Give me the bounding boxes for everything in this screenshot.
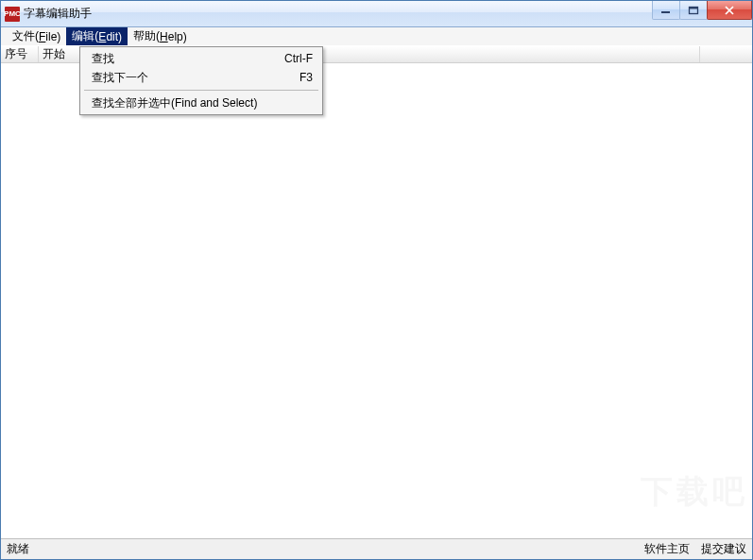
menu-edit[interactable]: 编辑(Edit) — [66, 27, 128, 45]
titlebar: PMC 字幕编辑助手 — [1, 1, 752, 27]
menubar: 文件(File) 编辑(Edit) 帮助(Help) — [1, 27, 752, 46]
status-ready: 就绪 — [7, 541, 29, 557]
menu-edit-label-part1: 编辑( — [72, 28, 98, 44]
menu-edit-mnemonic: E — [98, 30, 106, 43]
maximize-icon — [688, 6, 699, 15]
watermark: 下载吧 — [641, 470, 748, 514]
menu-help-mnemonic: H — [160, 30, 168, 43]
svg-rect-2 — [690, 7, 698, 8]
menu-item-find-next-label: 查找下一个 — [92, 70, 277, 86]
window-controls — [653, 1, 752, 20]
menu-file-label-part2: ile) — [45, 30, 60, 43]
menu-edit-label-part2: dit) — [106, 30, 122, 43]
status-feedback-link[interactable]: 提交建议 — [701, 541, 746, 557]
menu-file-label-part1: 文件( — [12, 28, 39, 44]
status-homepage-link[interactable]: 软件主页 — [644, 541, 690, 557]
menu-item-find-shortcut: Ctrl-F — [284, 52, 313, 65]
app-icon: PMC — [5, 7, 20, 22]
menu-item-find-label: 查找 — [92, 51, 262, 67]
column-header-number[interactable]: 序号 — [1, 46, 39, 62]
menu-help[interactable]: 帮助(Help) — [128, 27, 193, 45]
menu-help-label-part2: elp) — [168, 30, 187, 43]
menu-item-find-select-label: 查找全部并选中(Find and Select) — [92, 95, 313, 111]
maximize-button[interactable] — [679, 1, 708, 20]
edit-dropdown-menu: 查找 Ctrl-F 查找下一个 F3 查找全部并选中(Find and Sele… — [79, 46, 323, 115]
menu-file-mnemonic: F — [39, 30, 45, 43]
menu-help-label-part1: 帮助( — [133, 28, 160, 44]
menu-separator — [84, 90, 318, 91]
minimize-button[interactable] — [652, 1, 680, 20]
menu-item-find-next[interactable]: 查找下一个 F3 — [82, 68, 320, 87]
statusbar: 就绪 软件主页 提交建议 — [1, 538, 752, 559]
window-title: 字幕编辑助手 — [24, 6, 92, 22]
menu-item-find[interactable]: 查找 Ctrl-F — [82, 49, 320, 68]
content-area: 下载吧 — [1, 63, 752, 538]
app-window: PMC 字幕编辑助手 文件( — [0, 0, 753, 560]
menu-item-find-next-shortcut: F3 — [299, 71, 313, 84]
menu-file[interactable]: 文件(File) — [7, 27, 66, 45]
menu-item-find-select[interactable]: 查找全部并选中(Find and Select) — [82, 93, 320, 112]
minimize-icon — [660, 6, 672, 15]
close-icon — [723, 6, 736, 15]
svg-rect-0 — [661, 11, 670, 13]
close-button[interactable] — [707, 1, 752, 20]
